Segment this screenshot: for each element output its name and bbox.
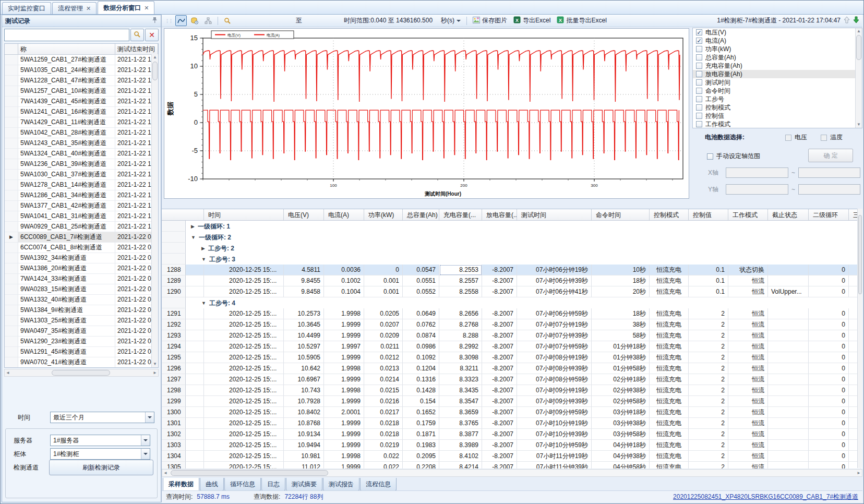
series-checkbox-item[interactable]: 工作模式 [693, 120, 862, 128]
series-checkbox-item[interactable]: 放电容量(Ah) [693, 70, 862, 78]
refresh-records-button[interactable]: 刷新检测记录 [49, 460, 153, 475]
group-row-level1[interactable]: ▶一级循环: 1 [162, 221, 862, 232]
table-row[interactable]: 12912020-12-25 15:...10.25731.99980.0205… [162, 308, 862, 319]
scroll-up-icon[interactable]: ▲ [856, 28, 862, 34]
column-header[interactable]: 截止状态 [768, 209, 809, 220]
table-row[interactable]: 12892020-12-25 15:...9.84550.10020.0010.… [162, 275, 862, 286]
scrollbar-thumb[interactable] [52, 370, 110, 376]
tab-2[interactable]: 数据分析窗口✕ [98, 1, 154, 14]
column-header[interactable]: 命令时间 [592, 209, 650, 220]
record-list-item[interactable]: 9WA0283_15#检测通道2021-1-22 06: [5, 284, 158, 295]
expand-collapse-icon[interactable]: ▼ [201, 254, 206, 265]
group-row-level2[interactable]: ▼工步号: 3 [162, 254, 862, 265]
table-row[interactable]: 12952020-12-25 15:...10.59051.99990.0212… [162, 352, 862, 363]
series-checkbox-item[interactable]: 命令时间 [693, 87, 862, 95]
table-row[interactable]: 13042020-12-25 15:...10.9811.99980.0220.… [162, 451, 862, 462]
series-checkbox-item[interactable]: 功率(kW) [693, 45, 862, 53]
record-list-item[interactable]: 5WA1030_CAB1_37#检测通道2021-1-22 12: [5, 170, 158, 180]
list-horizontal-scrollbar[interactable]: ◄ ► [4, 369, 159, 377]
column-header[interactable]: 控制模式 [650, 209, 689, 220]
time-filter-combo[interactable]: 最近三个月 [50, 412, 154, 423]
record-list-item[interactable]: 7WA1424_33#检测通道2021-1-22 06: [5, 274, 158, 284]
scrollbar-thumb[interactable] [856, 35, 861, 60]
arrow-up-icon[interactable] [844, 16, 850, 25]
pin-icon[interactable] [152, 17, 158, 25]
record-list-item[interactable]: 5WA1042_CAB1_28#检测通道2021-1-22 12: [5, 128, 158, 138]
table-horizontal-scrollbar[interactable]: ◄ ► [162, 469, 862, 477]
chevron-down-icon[interactable] [145, 412, 154, 423]
record-list-item[interactable]: 5WA1332_40#检测通道2021-1-22 06: [5, 295, 158, 305]
column-header[interactable] [162, 209, 204, 220]
record-list-item[interactable]: 5WA1286_CAB1_34#检测通道2021-1-22 12: [5, 190, 158, 201]
series-checkbox-item[interactable]: 充电容量(Ah) [693, 62, 862, 70]
record-list-item[interactable]: 7WA1429_CAB1_11#检测通道2021-1-22 12: [5, 117, 158, 128]
column-header[interactable]: 控制值 [689, 209, 728, 220]
record-list-item[interactable]: 5WA1290_23#检测通道2021-1-22 06: [5, 337, 158, 347]
battery-voltage-checkbox[interactable]: 电压 [785, 133, 807, 142]
table-header[interactable]: 时间电压(V)电流(A)功率(kW)总容量(Ah)充电容量(...放电容量(..… [162, 209, 862, 221]
scrollbar-thumb[interactable] [171, 470, 328, 476]
export-excel-button[interactable]: X 导出Excel [511, 16, 553, 26]
column-header[interactable]: 充电容量(... [439, 209, 482, 220]
chevron-down-icon[interactable] [141, 449, 150, 459]
close-tab-icon[interactable]: ✕ [144, 2, 149, 14]
column-header[interactable]: 时间 [204, 209, 284, 220]
bottom-tab-4[interactable]: 测试摘要 [286, 478, 322, 491]
table-row[interactable]: 13012020-12-25 15:...10.87681.99990.0218… [162, 418, 862, 429]
record-list-item[interactable]: 5WA1384_9#检测通道2021-1-22 06: [5, 305, 158, 316]
record-list-item[interactable]: 5WA1386_20#检测通道2021-1-22 06: [5, 263, 158, 274]
record-list-item[interactable]: 5WA1259_CAB1_27#检测通道2021-1-22 12: [5, 55, 158, 65]
clear-search-button[interactable]: ✕ [145, 29, 159, 41]
table-row[interactable]: 12942020-12-25 15:...10.52971.99970.0211… [162, 341, 862, 352]
expand-collapse-icon[interactable]: ▼ [201, 298, 206, 308]
flow-tool-icon[interactable] [202, 15, 214, 26]
list-vertical-scrollbar[interactable]: ▲ ▼ [151, 54, 158, 367]
table-row[interactable]: 12982020-12-25 15:...10.7431.99980.02150… [162, 385, 862, 396]
save-image-button[interactable]: 保存图片 [471, 16, 509, 26]
name-column-header[interactable]: 称 [18, 44, 115, 54]
record-list-item[interactable]: 5WA1257_CAB1_10#检测通道2021-1-22 12: [5, 86, 158, 97]
column-header[interactable]: 放电容量(... [482, 209, 517, 220]
expand-icon[interactable]: ▶ [191, 221, 195, 232]
record-list-item[interactable]: ▶6CC0089_CAB1_7#检测通道2021-1-22 08: [5, 232, 158, 243]
scroll-right-icon[interactable]: ► [856, 470, 862, 476]
scroll-right-icon[interactable]: ► [152, 369, 158, 376]
record-list-item[interactable]: 9WA0929_CAB1_25#检测通道2021-1-22 12: [5, 222, 158, 232]
scroll-up-icon[interactable]: ▲ [152, 54, 158, 61]
record-list-item[interactable]: 5WA1303_25#检测通道2021-1-22 06: [5, 316, 158, 326]
column-header[interactable]: 电流(A) [324, 209, 364, 220]
series-checkbox-item[interactable]: 控制模式 [693, 103, 862, 112]
series-checkbox-item[interactable]: ✓电压(V) [693, 28, 862, 37]
expand-collapse-icon[interactable]: ▼ [191, 232, 196, 243]
record-link[interactable]: 20201225082451_XP4820LSRBKG16CC0089_CAB1… [673, 493, 858, 501]
table-row[interactable]: 12992020-12-25 15:...10.79281.99990.0216… [162, 396, 862, 407]
table-row[interactable]: 12922020-12-25 15:...10.36451.99990.0207… [162, 319, 862, 330]
column-header[interactable]: 电压(V) [284, 209, 324, 220]
tab-1[interactable]: 流程管理✕ [52, 2, 97, 14]
record-list-item[interactable]: 7WA1439_CAB1_45#检测通道2021-1-22 12: [5, 97, 158, 107]
series-checkbox-item[interactable]: 测试时间 [693, 78, 862, 87]
y-axis-max-input[interactable] [798, 184, 860, 195]
chevron-down-icon[interactable] [141, 435, 150, 446]
scroll-left-icon[interactable]: ◄ [5, 369, 11, 376]
record-list-item[interactable]: 9WA0702_41#检测通道2021-1-22 06: [5, 357, 158, 368]
bottom-tab-2[interactable]: 循环信息 [224, 478, 261, 491]
unit-combo[interactable]: 秒(s) [439, 16, 463, 26]
table-row[interactable]: 12882020-12-25 15:...4.58110.003600.0547… [162, 265, 862, 275]
series-checkbox-item[interactable]: 工步号 [693, 95, 862, 103]
column-header[interactable]: 二级循环 [809, 209, 849, 220]
confirm-button[interactable]: 确 定 [808, 149, 853, 162]
record-list-item[interactable]: 5WA1278_CAB1_14#检测通道2021-1-22 12: [5, 180, 158, 190]
series-checkbox-item[interactable]: 控制值 [693, 112, 862, 120]
table-row[interactable]: 12972020-12-25 15:...10.69671.99990.0214… [162, 374, 862, 385]
table-row[interactable]: 13022020-12-25 15:...10.91341.99990.0218… [162, 429, 862, 440]
group-row-level2[interactable]: ▶工步号: 2 [162, 243, 862, 254]
record-list-item[interactable]: 5WA1236_CAB1_39#检测通道2021-1-22 12: [5, 159, 158, 170]
end-time-column-header[interactable]: 测试结束时间 [115, 44, 158, 54]
close-tab-icon[interactable]: ✕ [86, 3, 91, 14]
expand-icon[interactable]: ▶ [201, 243, 205, 254]
table-row[interactable]: 12962020-12-25 15:...10.6421.99980.02130… [162, 363, 862, 374]
cabinet-filter-combo[interactable]: 1#检测柜 [50, 448, 150, 460]
y-axis-min-input[interactable] [726, 184, 788, 195]
checklist-scrollbar[interactable]: ▲ ▼ [855, 28, 862, 128]
